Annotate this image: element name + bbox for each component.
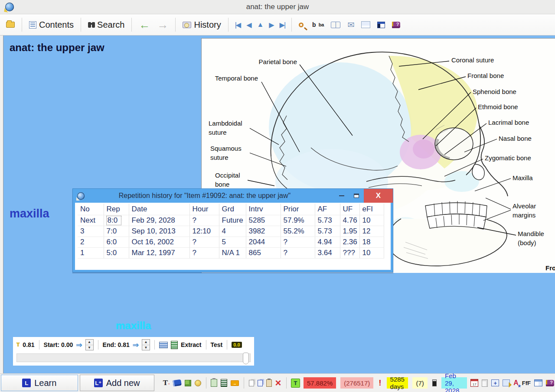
retention-badge[interactable]: 57.882% (304, 377, 336, 389)
nav-last-button[interactable]: ▶| (278, 21, 286, 29)
nav-first-button[interactable]: |◀ (234, 21, 242, 29)
spin-down-icon[interactable]: ▼ (86, 345, 93, 350)
clipboard-glyph (266, 379, 272, 387)
paste-article-icon[interactable] (211, 378, 217, 388)
open-collection-button[interactable] (4, 21, 16, 29)
cell: ? (281, 247, 315, 258)
translate-button[interactable]: bba (310, 20, 326, 29)
toolbar-separator (291, 18, 292, 32)
learn-label: Learn (34, 378, 56, 388)
minimize-button[interactable] (334, 189, 349, 203)
forward-button[interactable]: → (155, 18, 170, 31)
cell: 2.36 (340, 236, 359, 247)
table-row[interactable]: Next 8:0 Feb 29, 2028 ? Future 5285 57.9… (78, 215, 384, 226)
separator (227, 340, 227, 350)
delete-icon[interactable]: × (275, 378, 281, 388)
test-button[interactable]: Test (211, 341, 223, 348)
window-move-icon[interactable]: + (491, 378, 499, 388)
label-occipital-bone: Occipital bone (215, 171, 251, 189)
contents-button[interactable]: Contents (27, 19, 75, 31)
copy-glyph (249, 380, 254, 386)
font-icon[interactable]: FfF (522, 378, 531, 388)
slider-handle[interactable] (243, 353, 249, 364)
cell: 57.9% (281, 215, 315, 226)
add-new-button[interactable]: L⁺ Add new (80, 375, 154, 391)
help-button[interactable] (390, 21, 402, 29)
copy-icon[interactable] (258, 378, 263, 388)
help-book-icon (392, 22, 400, 28)
tasklist-icon[interactable]: T (291, 378, 300, 388)
nav-next-button[interactable]: ▶ (268, 21, 274, 29)
cell: 6:0 (104, 236, 129, 247)
table-row[interactable]: 2 6:0 Oct 16, 2002 ? 5 2044 ? 4.94 2.36 … (78, 236, 384, 247)
nav-up-button[interactable]: ▲ (255, 21, 264, 29)
main-toolbar: Contents Search ← → History |◀ ◀ ▲ ▶ ▶| … (0, 14, 555, 36)
email-button[interactable]: ✉ (346, 19, 356, 31)
contents-list-icon (29, 21, 36, 29)
read-point-slider[interactable] (16, 353, 251, 362)
col-grd: Grd (219, 204, 246, 215)
repetition-history-dialog: Repetition history for "Item #19092: ana… (72, 188, 393, 272)
extract-button[interactable]: Extract (181, 341, 201, 348)
window-titlebar[interactable]: anat: the upper jaw (0, 0, 555, 14)
window-grid-icon[interactable] (534, 378, 542, 388)
history-button[interactable]: History (181, 19, 222, 31)
reference-book-icon[interactable] (173, 378, 181, 388)
col-hour: Hour (189, 204, 219, 215)
toolbar-separator (228, 18, 229, 32)
label-mandible-body: Mandible (body) (518, 230, 555, 247)
notes-icon[interactable] (503, 378, 510, 388)
help-book-icon[interactable] (546, 378, 554, 388)
label-ethmoid-bone: Ethmoid bone (478, 103, 518, 112)
text-format-icon[interactable]: T.. (163, 378, 170, 388)
outstanding-badge[interactable]: (7) (412, 377, 427, 389)
repetition-history-table: No Rep Date Hour Grd Intrv Prior AF UF e… (78, 204, 384, 259)
spin-up-icon[interactable]: ▲ (142, 340, 150, 345)
knowledge-tree-icon[interactable] (185, 378, 191, 388)
dictionary-button[interactable] (329, 21, 342, 29)
table-row[interactable]: 3 7:0 Sep 10, 2013 12:10 4 3982 55.2% 5.… (78, 226, 384, 236)
spin-up-icon[interactable]: ▲ (86, 340, 93, 345)
answer-text: maxilla (10, 207, 49, 220)
dark-window-icon[interactable] (432, 379, 437, 386)
search-button[interactable]: Search (86, 19, 126, 31)
alert-icon[interactable]: ! (377, 378, 383, 388)
window-layout-button[interactable] (375, 21, 387, 29)
image-window-button[interactable] (359, 20, 372, 29)
timer-icon[interactable] (195, 378, 201, 388)
set-start-button[interactable]: ⇒ (76, 340, 82, 350)
col-af: AF (315, 204, 340, 215)
page-glyph (482, 379, 488, 387)
lined-document-icon[interactable] (221, 378, 227, 388)
clipboard-icon[interactable] (266, 378, 272, 388)
calendar-icon[interactable]: 17 (470, 378, 478, 388)
table-row[interactable]: 1 5:0 Mar 12, 1997 ? N/A 1 865 ? 3.64 ??… (78, 247, 384, 258)
page-icon[interactable] (482, 378, 488, 388)
separator (98, 340, 98, 350)
maximize-button[interactable] (349, 189, 364, 203)
split-icon[interactable] (159, 342, 168, 348)
reading-toolbar-panel: T 0.81 Start: 0.00 ⇒ ▲▼ End: 0.81 ⇒ ▲▼ E… (13, 337, 254, 366)
label-alveolar-margins: Alveolar margins (513, 202, 551, 220)
spin-down-icon[interactable]: ▼ (142, 345, 150, 350)
end-spinner[interactable]: ▲▼ (142, 339, 150, 350)
open-folder-icon (6, 22, 15, 28)
duplicate-icon[interactable] (249, 378, 254, 388)
back-button[interactable]: ← (137, 18, 152, 31)
item-count-badge[interactable]: (276517) (340, 377, 373, 389)
history-label: History (194, 20, 221, 30)
align-star-icon[interactable]: A (513, 378, 519, 388)
set-end-button[interactable]: ⇒ (133, 340, 139, 350)
comment-icon[interactable]: .. (231, 378, 239, 388)
nav-prev-button[interactable]: ◀ (245, 21, 252, 29)
close-button[interactable]: X (364, 189, 393, 203)
col-uf: UF (340, 204, 359, 215)
interval-badge[interactable]: 5285 days (387, 377, 408, 389)
find-elements-button[interactable] (297, 22, 307, 28)
learn-button[interactable]: L Learn (1, 375, 78, 391)
start-spinner[interactable]: ▲▼ (85, 339, 94, 350)
image-window-icon (361, 21, 370, 28)
dialog-titlebar[interactable]: Repetition history for "Item #19092: ana… (73, 189, 393, 203)
next-date-badge[interactable]: Feb 29, 2028 (441, 377, 467, 389)
extract-icon[interactable] (171, 341, 178, 349)
